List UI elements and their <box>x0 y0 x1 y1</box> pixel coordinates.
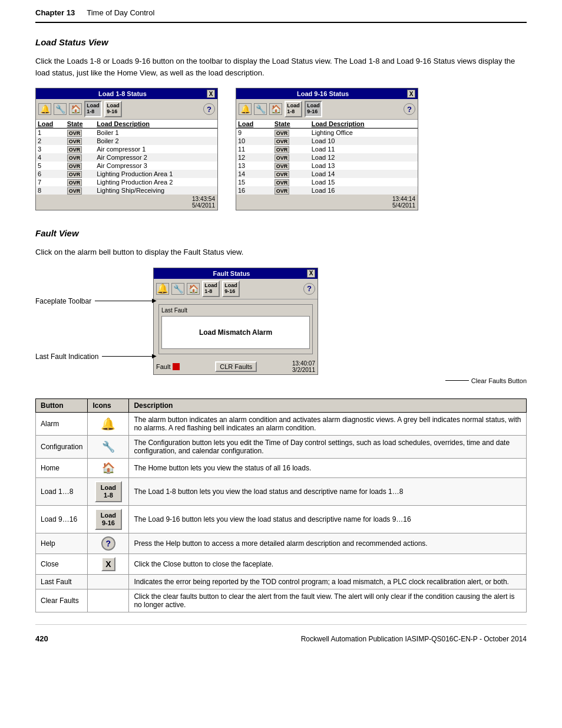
load2-panel: Load 9-16 Status X 🔔 🔧 🏠 Load1-8 Load9-1… <box>236 88 418 210</box>
load-state: OVR <box>65 162 95 170</box>
ref-icon-cell: X <box>88 554 129 575</box>
ref-header-desc: Description <box>129 398 527 412</box>
alarm-icon-2[interactable]: 🔔 <box>239 103 252 115</box>
clear-faults-annotation: Clear Faults Button <box>153 377 527 384</box>
ref-desc-cell: The Home button lets you view the status… <box>129 458 527 477</box>
fault-toolbar: 🔔 🔧 🏠 Load1-8 Load9-16 ? <box>154 279 318 299</box>
config-icon[interactable]: 🔧 <box>54 103 67 115</box>
fault-labels: Faceplate Toolbar ▶ Last Fault Indicatio… <box>35 268 153 384</box>
load-num: 3 <box>36 145 65 153</box>
table-row: 9OVRLighting Office <box>236 129 418 137</box>
load-num: 1 <box>36 129 65 137</box>
fault-diagram: Faceplate Toolbar ▶ Last Fault Indicatio… <box>35 268 527 384</box>
ref-table-row: Last Fault Indicates the error being rep… <box>36 575 527 589</box>
load916-icon-ref: Load9-16 <box>95 509 122 530</box>
ref-header-icons: Icons <box>88 398 129 412</box>
load-state: OVR <box>273 129 310 137</box>
home-icon[interactable]: 🏠 <box>69 103 82 115</box>
load916-btn-2[interactable]: Load9-16 <box>305 101 322 117</box>
load1-toolbar: 🔔 🔧 🏠 Load1-8 Load9-16 ? <box>36 99 217 120</box>
table-row: 13OVRLoad 13 <box>236 162 418 170</box>
home-icon-2[interactable]: 🏠 <box>269 103 282 115</box>
load-num: 15 <box>236 178 273 186</box>
home-icon-fault[interactable]: 🏠 <box>187 283 200 295</box>
config-icon-2[interactable]: 🔧 <box>254 103 267 115</box>
load-desc: Load 10 <box>310 137 418 145</box>
load-desc: Load 11 <box>310 145 418 153</box>
load-desc: Lighting Office <box>310 129 418 137</box>
ref-desc-cell: Indicates the error being reported by th… <box>129 575 527 589</box>
load18-btn-fault[interactable]: Load1-8 <box>202 281 220 297</box>
col-desc2: Load Description <box>310 120 418 129</box>
ref-button-name: Close <box>36 554 88 575</box>
load-desc: Air Compressor 3 <box>95 162 217 170</box>
table-row: 16OVRLoad 16 <box>236 186 418 195</box>
ref-button-name: Load 9…16 <box>36 505 88 533</box>
table-row: 1OVRBoiler 1 <box>36 129 217 137</box>
fault-body: Last Fault Load Mismatch Alarm <box>154 299 318 359</box>
load-desc: Load 12 <box>310 153 418 162</box>
load-panels: Load 1-8 Status X 🔔 🔧 🏠 Load1-8 Load9-16… <box>35 88 527 210</box>
ovr-badge: OVR <box>67 187 82 195</box>
ovr-badge: OVR <box>67 130 82 137</box>
config-icon-fault[interactable]: 🔧 <box>171 283 184 295</box>
load1-titlebar: Load 1-8 Status X <box>36 88 217 99</box>
clear-faults-label: Clear Faults Button <box>471 377 527 384</box>
load2-title: Load 9-16 Status <box>239 90 407 97</box>
load1-close-btn[interactable]: X <box>207 90 215 98</box>
help-btn-fault[interactable]: ? <box>303 283 315 295</box>
load18-btn[interactable]: Load1-8 <box>84 101 102 117</box>
ref-button-name: Help <box>36 533 88 554</box>
load18-icon-ref: Load1-8 <box>95 481 122 502</box>
load18-btn-2[interactable]: Load1-8 <box>285 101 302 117</box>
ref-desc-cell: The alarm button indicates an alarm cond… <box>129 412 527 435</box>
ref-desc-cell: The Load 1-8 button lets you view the lo… <box>129 477 527 505</box>
load-status-desc: Click the Loads 1-8 or Loads 9-16 button… <box>35 55 527 78</box>
load-num: 13 <box>236 162 273 170</box>
page-footer: 420 Rockwell Automation Publication IASI… <box>35 624 527 643</box>
load-desc: Load 14 <box>310 170 418 178</box>
alarm-icon-fault[interactable]: 🔔 <box>156 283 169 295</box>
load2-close-btn[interactable]: X <box>407 90 415 98</box>
help-btn-2[interactable]: ? <box>404 103 415 115</box>
load-state: OVR <box>65 186 95 195</box>
load2-toolbar: 🔔 🔧 🏠 Load1-8 Load9-16 ? <box>236 99 418 120</box>
footer-publication: Rockwell Automation Publication IASIMP-Q… <box>301 635 527 643</box>
col-desc: Load Description <box>95 120 217 129</box>
page-header: Chapter 13 Time of Day Control <box>35 0 527 23</box>
load-num: 12 <box>236 153 273 162</box>
col-state2: State <box>273 120 310 129</box>
load-num: 8 <box>36 186 65 195</box>
load-desc: Load 13 <box>310 162 418 170</box>
load916-btn[interactable]: Load9-16 <box>104 101 122 117</box>
fault-alarm-text: Load Mismatch Alarm <box>199 328 272 337</box>
help-btn[interactable]: ? <box>203 103 215 115</box>
load-state: OVR <box>273 186 310 195</box>
alarm-icon[interactable]: 🔔 <box>38 103 51 115</box>
ref-table-row: Load 9…16 Load9-16 The Load 9-16 button … <box>36 505 527 533</box>
ref-table-row: Close X Click the Close button to close … <box>36 554 527 575</box>
load-state: OVR <box>273 153 310 162</box>
table-row: 11OVRLoad 11 <box>236 145 418 153</box>
fault-close-btn[interactable]: X <box>307 269 315 278</box>
clr-faults-btn[interactable]: CLR Faults <box>215 361 257 372</box>
fault-desc: Click on the alarm bell button to displa… <box>35 246 527 258</box>
footer-page-num: 420 <box>35 634 48 643</box>
load-desc: Load 16 <box>310 186 418 195</box>
load916-btn-fault[interactable]: Load9-16 <box>222 281 240 297</box>
icon-display: Load9-16 <box>95 509 122 530</box>
ref-desc-cell: The Load 9-16 button lets you view the l… <box>129 505 527 533</box>
load2-table: Load State Load Description 9OVRLighting… <box>236 120 418 195</box>
table-row: 6OVRLighting Production Area 1 <box>36 170 217 178</box>
fault-alarm-box: Load Mismatch Alarm <box>161 316 310 349</box>
load-desc: Lighting Production Area 2 <box>95 178 217 186</box>
ref-table-row: Home 🏠 The Home button lets you view the… <box>36 458 527 477</box>
last-fault-label-row: Last Fault Indication ▶ <box>35 353 153 361</box>
faceplate-label: Faceplate Toolbar <box>35 297 91 305</box>
load-desc: Load 15 <box>310 178 418 186</box>
ref-icon-cell: 🔧 <box>88 435 129 458</box>
icon-display: Load1-8 <box>95 481 122 502</box>
table-row: 14OVRLoad 14 <box>236 170 418 178</box>
ref-header-button: Button <box>36 398 88 412</box>
fault-panel: Fault Status X 🔔 🔧 🏠 Load1-8 Load9-16 ? … <box>153 268 318 375</box>
